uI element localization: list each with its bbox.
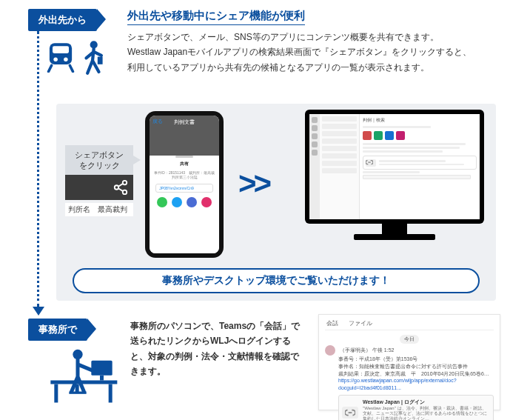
- person-at-desk-icon: [44, 345, 118, 404]
- svg-point-2: [53, 57, 58, 61]
- svg-rect-13: [76, 384, 79, 393]
- share-sheet-link: JP08Yvn2vcmm/Cn9: [155, 184, 212, 193]
- svg-rect-7: [91, 361, 112, 376]
- phone-share-sheet: 共有 事件ID：28151143 裁判所：最高裁判所第三小法廷 JP08Yvn2…: [150, 151, 219, 253]
- phone-back-label: 戻る: [152, 118, 163, 125]
- share-sheet-title: 共有: [180, 161, 189, 167]
- svg-rect-11: [109, 384, 113, 403]
- flow-arrow-icon: >>: [238, 166, 269, 201]
- share-app-icon: [187, 197, 197, 207]
- svg-rect-8: [100, 376, 104, 381]
- badge-out: 外出先から: [28, 9, 97, 31]
- teams-chat-card: 会話 ファイル 今日 （手塚明美） 午後 1:52 事番号：平成18年（受）第1…: [318, 314, 500, 410]
- chip-icon: [363, 131, 372, 140]
- teams-main-panel: 判例｜検索: [360, 114, 480, 219]
- chat-url[interactable]: https://go.westlawjapan.com/wljp/app/ext…: [338, 377, 494, 392]
- tab-files[interactable]: ファイル: [347, 319, 374, 327]
- link-icon: [342, 407, 358, 419]
- diagram-panel: シェアボタン をクリック 判所名 最高裁判 戻る 判例文書 共有 事件ID：28…: [56, 104, 496, 301]
- svg-point-16: [123, 190, 127, 195]
- svg-rect-5: [98, 57, 103, 64]
- share-button-sample: [65, 175, 133, 200]
- section-description: シェアボタンで、メール、SNS等のアプリにコンテンツ概要を共有できます。 Wes…: [127, 30, 497, 75]
- teams-reaction-chips: [363, 131, 477, 140]
- ogp-title: Westlaw Japan | ログイン: [363, 399, 490, 406]
- ogp-description: "Westlaw Japan" は、法令、判例、審決・裁決、書籍・雑誌、文献、ニ…: [363, 406, 490, 420]
- callout-banner: 事務所やデスクトップ環境でご覧いただけます！: [73, 268, 480, 293]
- train-icon: [44, 40, 77, 73]
- teams-thread-title: 判例｜検索: [363, 117, 477, 124]
- tab-conversation[interactable]: 会話: [325, 319, 340, 327]
- section-heading: 外出先や移動中にシェア機能が便利: [127, 9, 305, 25]
- svg-point-15: [115, 185, 119, 190]
- svg-rect-1: [53, 46, 69, 53]
- teams-sidebar: [320, 114, 360, 219]
- chat-tabs: 会話 ファイル: [325, 319, 494, 330]
- phone-mockup: 戻る 判例文書 共有 事件ID：28151143 裁判所：最高裁判所第三小法廷 …: [145, 111, 224, 258]
- callout-line1: シェアボタン: [75, 150, 124, 159]
- chat-case-name: 事件名：知能検査報告書提出命令に対する許可抗告事件: [338, 363, 494, 370]
- svg-point-3: [64, 57, 68, 61]
- link-icon: [366, 159, 376, 167]
- share-app-icon: [157, 197, 167, 207]
- chip-icon: [374, 131, 383, 140]
- chat-case-number: 事番号：平成18年（受）第1536号: [338, 356, 494, 363]
- timestamp-pill: 今日: [400, 335, 419, 344]
- teams-rail: [309, 114, 320, 219]
- share-sheet-subtitle: 事件ID：28151143 裁判所：最高裁判所第三小法廷: [152, 170, 216, 179]
- share-button-callout: シェアボタン をクリック: [65, 145, 133, 176]
- svg-point-14: [123, 181, 127, 185]
- chat-judgment: 裁判結果：原決定、東京高裁 平 2010年04月20日民集65巻6…: [338, 370, 494, 378]
- walking-person-icon: [80, 40, 105, 79]
- svg-rect-9: [50, 381, 117, 384]
- callout-line2: をクリック: [79, 161, 120, 170]
- share-app-icon: [172, 197, 182, 207]
- share-icon: [113, 179, 129, 196]
- avatar-icon: [325, 345, 335, 356]
- badge-office: 事務所で: [28, 319, 87, 341]
- office-description: 事務所のパソコンで、Teamsの「会話」で送られたリンクからWLJへログインする…: [130, 319, 305, 379]
- chat-sender: （手塚明美） 午後 1:52: [340, 347, 395, 353]
- share-app-icon: [201, 197, 212, 207]
- timeline-arrow: [37, 31, 39, 307]
- teams-link-card: [363, 156, 477, 170]
- svg-rect-10: [54, 384, 58, 403]
- chat-link-preview[interactable]: Westlaw Japan | ログイン "Westlaw Japan" は、法…: [338, 395, 494, 420]
- court-name-strip: 判所名 最高裁判: [65, 203, 133, 216]
- desktop-monitor-mockup: 判例｜検索: [305, 110, 484, 241]
- chip-icon: [385, 131, 394, 140]
- chip-icon: [396, 131, 405, 140]
